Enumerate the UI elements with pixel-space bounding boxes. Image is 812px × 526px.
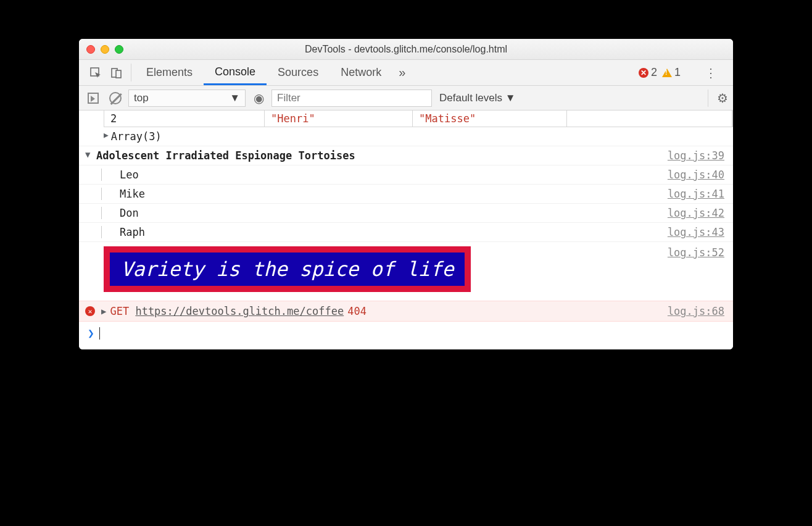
status-area: ✕ 2 1 ⋮ [639,60,727,85]
warning-count: 1 [674,66,681,79]
table-row[interactable]: 2 "Henri" "Matisse" [104,111,733,127]
source-link[interactable]: log.js:41 [668,188,724,200]
settings-menu-button[interactable]: ⋮ [698,65,723,80]
filter-input[interactable] [277,92,426,104]
warning-count-badge[interactable]: 1 [662,66,681,79]
collapse-caret-icon: ▼ [85,149,90,159]
filter-input-wrapper[interactable] [271,90,432,107]
group-indent-bar [101,188,104,200]
cell-index: 2 [104,111,265,127]
source-link[interactable]: log.js:39 [668,149,724,162]
tab-console[interactable]: Console [204,60,267,85]
source-link[interactable]: log.js:42 [668,207,724,219]
devtools-window: DevTools - devtools.glitch.me/console/lo… [79,39,733,349]
log-message: Don [120,207,668,219]
close-window-button[interactable] [86,45,95,54]
source-link[interactable]: log.js:40 [668,169,724,181]
console-error-row[interactable]: ✕ ▶ GET https://devtools.glitch.me/coffe… [79,301,733,322]
group-title: Adolescent Irradiated Espionage Tortoise… [96,149,668,162]
prompt-chevron-icon: ❯ [88,327,94,340]
divider [131,64,131,81]
tab-sources[interactable]: Sources [267,60,329,85]
window-titlebar: DevTools - devtools.glitch.me/console/lo… [79,39,733,60]
panel-tabbar: Elements Console Sources Network » ✕ 2 1… [79,60,733,86]
more-tabs-button[interactable]: » [392,60,412,85]
tab-elements[interactable]: Elements [135,60,204,85]
toggle-sidebar-icon[interactable] [84,90,102,107]
console-log-row[interactable]: Leo log.js:40 [79,165,733,185]
log-message: Raph [120,226,668,238]
cell-last-name: "Matisse" [419,112,476,125]
source-link[interactable]: log.js:52 [668,246,724,259]
device-toolbar-icon[interactable] [106,60,127,85]
console-toolbar: top ▼ ◉ Default levels ▼ ⚙ [79,86,733,111]
error-icon: ✕ [639,68,648,78]
console-settings-icon[interactable]: ⚙ [708,90,728,107]
http-status: 404 [347,305,367,317]
inspect-element-icon[interactable] [85,60,106,85]
context-value: top [134,92,149,104]
console-body: 2 "Henri" "Matisse" ▶ Array(3) ▼ Adolesc… [79,111,733,349]
group-indent-bar [101,207,104,219]
console-log-row[interactable]: Mike log.js:41 [79,185,733,204]
chevron-down-icon: ▼ [230,92,240,104]
console-log-row[interactable]: Raph log.js:43 [79,223,733,242]
zoom-window-button[interactable] [115,45,123,54]
svg-rect-2 [116,70,121,78]
error-icon: ✕ [85,306,95,316]
cell-empty [567,111,732,127]
log-message: Leo [120,169,668,181]
window-title: DevTools - devtools.glitch.me/console/lo… [79,44,733,55]
minimize-window-button[interactable] [101,45,109,54]
array-summary-text: Array(3) [111,130,162,143]
http-method: GET [110,305,129,317]
error-count-badge[interactable]: ✕ 2 [639,66,657,79]
traffic-lights [86,45,123,54]
console-prompt[interactable]: ❯ [79,322,733,349]
log-level-select[interactable]: Default levels ▼ [436,92,520,104]
group-indent-bar [101,226,104,238]
cell-first-name: "Henri" [271,112,315,125]
warning-icon [662,69,672,77]
console-log-row[interactable]: Don log.js:42 [79,204,733,223]
source-link[interactable]: log.js:68 [668,305,724,317]
clear-console-icon[interactable] [106,90,125,107]
console-group-header[interactable]: ▼ Adolescent Irradiated Espionage Tortoi… [79,146,733,165]
expand-caret-icon: ▶ [101,306,106,316]
console-table: 2 "Henri" "Matisse" [79,111,733,127]
error-url[interactable]: https://devtools.glitch.me/coffee [135,305,344,317]
live-expression-icon[interactable]: ◉ [249,90,268,107]
styled-log-row[interactable]: Variety is the spice of life log.js:52 [79,242,733,301]
levels-label: Default levels ▼ [439,92,516,104]
log-message: Mike [120,188,668,200]
expand-caret-icon: ▶ [104,130,109,143]
array-summary-row[interactable]: ▶ Array(3) [79,127,733,146]
execution-context-select[interactable]: top ▼ [128,90,246,107]
error-count: 2 [651,66,657,79]
tab-network[interactable]: Network [329,60,392,85]
text-cursor [99,327,100,340]
styled-log-message: Variety is the spice of life [104,246,471,292]
group-indent-bar [101,169,104,181]
source-link[interactable]: log.js:43 [668,226,724,238]
